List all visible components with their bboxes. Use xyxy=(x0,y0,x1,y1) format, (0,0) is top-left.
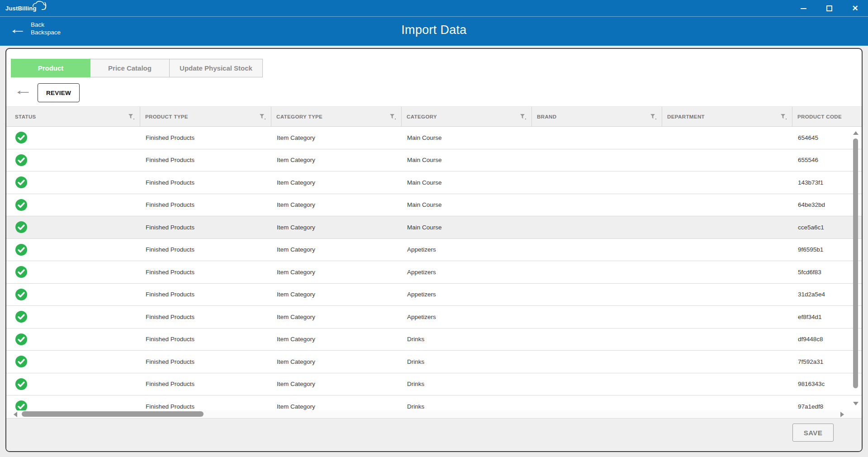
column-header-label: STATUS xyxy=(15,114,36,119)
maximize-icon xyxy=(826,5,832,11)
filter-icon[interactable] xyxy=(650,114,656,120)
cell-status xyxy=(6,306,140,328)
scroll-right-icon[interactable] xyxy=(840,412,844,417)
cell-status xyxy=(6,261,140,283)
cell-product-type: Finished Products xyxy=(140,149,271,171)
cell-category-type: Item Category xyxy=(271,239,402,261)
cell-brand xyxy=(532,328,662,351)
cell-department xyxy=(662,351,792,373)
close-button[interactable]: ✕ xyxy=(842,0,868,17)
review-back-arrow[interactable]: ← xyxy=(14,83,33,97)
cell-brand xyxy=(532,149,662,171)
cell-category-type: Item Category xyxy=(271,395,402,410)
column-header-brand[interactable]: BRAND xyxy=(532,107,662,126)
tab-label: Product xyxy=(38,64,64,72)
minimize-button[interactable] xyxy=(791,0,816,17)
table-body: Finished Products Item Category Main Cou… xyxy=(6,127,862,410)
table-row[interactable]: Finished Products Item Category Main Cou… xyxy=(6,171,862,194)
filter-icon[interactable] xyxy=(780,114,787,120)
status-success-icon xyxy=(15,131,28,144)
tab-update-physical-stock[interactable]: Update Physical Stock xyxy=(170,59,263,77)
column-header-category-type[interactable]: CATEGORY TYPE xyxy=(271,107,402,126)
cell-category-type: Item Category xyxy=(271,127,402,149)
tab-price-catalog[interactable]: Price Catalog xyxy=(90,59,170,77)
cell-product-type: Finished Products xyxy=(140,328,271,351)
cell-product-type: Finished Products xyxy=(140,284,271,306)
table-row[interactable]: Finished Products Item Category Appetize… xyxy=(6,306,862,328)
table-row[interactable]: Finished Products Item Category Appetize… xyxy=(6,261,862,284)
table-row[interactable]: Finished Products Item Category Appetize… xyxy=(6,239,862,262)
scroll-down-icon[interactable] xyxy=(853,402,859,405)
table-row[interactable]: Finished Products Item Category Drinks d… xyxy=(6,328,862,351)
cell-brand xyxy=(532,239,662,261)
cell-product-type: Finished Products xyxy=(140,261,271,283)
filter-icon[interactable] xyxy=(128,114,134,120)
cell-brand xyxy=(532,171,662,194)
column-header-product-code[interactable]: PRODUCT CODE xyxy=(792,107,862,126)
cell-department xyxy=(662,284,792,306)
filter-icon[interactable] xyxy=(520,114,526,120)
table-row[interactable]: Finished Products Item Category Drinks 9… xyxy=(6,395,862,410)
cell-status xyxy=(6,395,140,410)
table-row[interactable]: Finished Products Item Category Main Cou… xyxy=(6,194,862,217)
review-button[interactable]: REVIEW xyxy=(38,83,80,102)
cell-category-type: Item Category xyxy=(271,328,402,351)
scroll-up-icon[interactable] xyxy=(853,131,859,135)
cell-category-type: Item Category xyxy=(271,373,402,395)
page-title: Import Data xyxy=(0,23,868,37)
cell-brand xyxy=(532,261,662,283)
horizontal-scrollbar[interactable] xyxy=(6,410,862,418)
column-header-label: CATEGORY TYPE xyxy=(276,114,323,119)
filter-icon[interactable] xyxy=(259,114,266,120)
cell-status xyxy=(6,216,140,238)
table-row[interactable]: Finished Products Item Category Drinks 7… xyxy=(6,351,862,373)
table-row[interactable]: Finished Products Item Category Main Cou… xyxy=(6,216,862,239)
vertical-scrollbar[interactable] xyxy=(852,127,860,410)
status-success-icon xyxy=(15,310,28,323)
vertical-scrollbar-thumb[interactable] xyxy=(853,138,858,388)
cell-brand xyxy=(532,127,662,149)
scroll-left-icon[interactable] xyxy=(14,412,17,417)
horizontal-scrollbar-thumb[interactable] xyxy=(22,411,204,417)
status-success-icon xyxy=(15,355,28,368)
cell-category-type: Item Category xyxy=(271,149,402,171)
status-success-icon xyxy=(15,221,28,233)
status-success-icon xyxy=(15,333,28,346)
column-header-department[interactable]: DEPARTMENT xyxy=(662,107,792,126)
column-header-status[interactable]: STATUS xyxy=(6,107,140,126)
table-row[interactable]: Finished Products Item Category Drinks 9… xyxy=(6,373,862,396)
column-header-product-type[interactable]: PRODUCT TYPE xyxy=(140,107,271,126)
cell-department xyxy=(662,171,792,194)
maximize-button[interactable] xyxy=(816,0,842,17)
status-success-icon xyxy=(15,400,28,410)
cell-product-type: Finished Products xyxy=(140,373,271,395)
cell-department xyxy=(662,239,792,261)
column-header-category[interactable]: CATEGORY xyxy=(402,107,532,126)
cell-category: Appetizers xyxy=(402,284,532,306)
cell-brand xyxy=(532,395,662,410)
cell-product-type: Finished Products xyxy=(140,306,271,328)
cell-status xyxy=(6,284,140,306)
column-header-label: PRODUCT TYPE xyxy=(145,114,188,119)
cell-status xyxy=(6,194,140,216)
app-logo: JustBilling xyxy=(5,4,48,12)
minimize-icon xyxy=(801,8,806,9)
status-success-icon xyxy=(15,378,28,390)
filter-icon[interactable] xyxy=(389,114,396,120)
cell-department xyxy=(662,306,792,328)
table-row[interactable]: Finished Products Item Category Main Cou… xyxy=(6,149,862,172)
column-header-label: CATEGORY xyxy=(407,114,437,119)
logo-cloud-icon xyxy=(30,0,48,12)
status-success-icon xyxy=(15,243,28,256)
cell-status xyxy=(6,127,140,149)
cell-status xyxy=(6,149,140,171)
table-row[interactable]: Finished Products Item Category Main Cou… xyxy=(6,127,862,149)
cell-category: Drinks xyxy=(402,395,532,410)
cell-status xyxy=(6,171,140,194)
cell-category: Drinks xyxy=(402,373,532,395)
save-button[interactable]: SAVE xyxy=(792,424,834,442)
tab-product[interactable]: Product xyxy=(11,59,90,77)
cell-category-type: Item Category xyxy=(271,284,402,306)
cell-status xyxy=(6,328,140,351)
table-row[interactable]: Finished Products Item Category Appetize… xyxy=(6,284,862,306)
